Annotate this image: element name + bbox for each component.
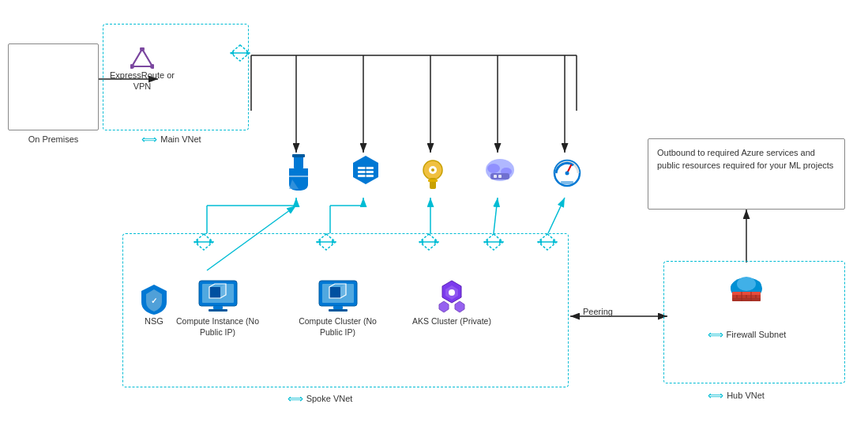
azureml-service-icon <box>271 154 326 192</box>
svg-rect-88 <box>209 287 220 298</box>
svg-point-56 <box>487 164 500 173</box>
outbound-text: Outbound to required Azure services and … <box>654 144 840 176</box>
peering-label: Peering <box>583 307 613 316</box>
aks-cluster-icon: AKS Cluster (Private) <box>412 279 491 327</box>
monitor-service-icon <box>539 154 595 189</box>
spokevnet-label: ⟺ Spoke VNet <box>265 392 375 405</box>
keyvault-service-icon <box>405 154 460 192</box>
svg-rect-42 <box>294 156 303 168</box>
compute-cluster-icon: Compute Cluster (No Public IP) <box>292 279 383 338</box>
nsg-icon: ✓ NSG <box>130 283 178 326</box>
svg-line-27 <box>494 198 498 233</box>
compute-instance-icon: Compute Instance (No Public IP) <box>172 279 263 338</box>
container-service-icon <box>472 154 528 189</box>
firewall-subnet-label: ⟺ Firewall Subnet <box>678 328 816 341</box>
svg-point-108 <box>737 277 756 291</box>
svg-rect-99 <box>329 309 348 312</box>
svg-line-28 <box>548 198 565 233</box>
svg-rect-64 <box>561 181 573 184</box>
svg-marker-103 <box>439 301 449 312</box>
svg-text:✓: ✓ <box>151 296 157 305</box>
svg-rect-91 <box>213 306 223 309</box>
svg-point-54 <box>431 168 434 172</box>
svg-marker-41 <box>231 51 234 55</box>
svg-marker-104 <box>455 301 464 312</box>
mainvnet-label: ⟺ Main VNet <box>120 133 223 145</box>
onprem-label: On Premises <box>16 134 91 144</box>
svg-rect-110 <box>732 292 761 295</box>
storage-service-icon <box>338 154 393 189</box>
svg-rect-43 <box>292 154 305 157</box>
hubvnet-label: ⟺ Hub VNet <box>681 389 791 402</box>
architecture-diagram: On Premises ExpressRoute or VPN ⟺ Main V… <box>0 0 868 423</box>
svg-point-102 <box>449 289 455 296</box>
mainvnet-box <box>103 24 249 130</box>
svg-rect-98 <box>333 306 343 309</box>
svg-rect-53 <box>428 179 438 182</box>
svg-rect-60 <box>498 175 502 178</box>
firewall-icon <box>707 271 786 306</box>
mainvnet-connector <box>229 43 251 62</box>
svg-rect-92 <box>209 309 227 312</box>
svg-point-63 <box>566 172 569 176</box>
svg-rect-112 <box>732 298 761 301</box>
onprem-box <box>8 43 99 130</box>
svg-rect-59 <box>494 175 497 178</box>
svg-rect-95 <box>329 287 340 298</box>
